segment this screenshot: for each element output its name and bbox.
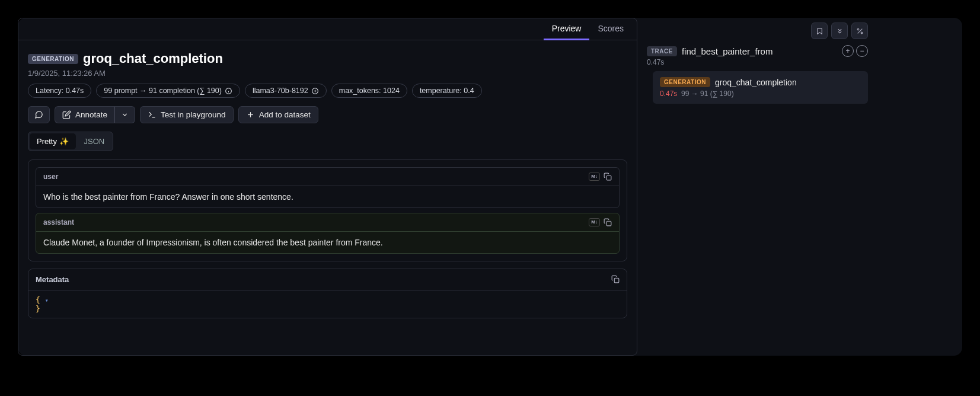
svg-rect-9 <box>606 175 611 180</box>
page-title: groq_chat_completion <box>83 51 223 66</box>
terminal-icon <box>148 110 157 119</box>
metadata-title: Metadata <box>36 275 69 284</box>
trace-header: TRACE find_best_painter_from + − <box>647 45 868 57</box>
svg-point-14 <box>861 32 863 34</box>
comment-button[interactable] <box>28 106 50 123</box>
main-panel: Preview Scores GENERATION groq_chat_comp… <box>18 18 637 356</box>
metadata-card: Metadata { ▾ } <box>28 269 627 318</box>
message-circle-icon <box>34 110 43 119</box>
expand-toggle[interactable]: ▾ <box>45 297 49 304</box>
playground-label: Test in playground <box>161 110 226 119</box>
svg-rect-10 <box>606 221 611 226</box>
trace-item-name: groq_chat_completion <box>715 78 797 87</box>
pill-tokens-label: 99 prompt → 91 completion (∑ 190) <box>104 87 222 95</box>
pill-tokens: 99 prompt → 91 completion (∑ 190) <box>96 84 240 98</box>
bookmark-button[interactable] <box>811 23 828 39</box>
view-pretty[interactable]: Pretty ✨ <box>30 133 76 149</box>
copy-icon[interactable] <box>611 275 620 283</box>
trace-item-meta: 0.47s 99 → 91 (∑ 190) <box>660 90 861 98</box>
collapse-icon <box>836 27 844 35</box>
tabs-row: Preview Scores <box>18 18 637 40</box>
annotate-label: Annotate <box>75 110 107 119</box>
generation-badge: GENERATION <box>28 54 78 64</box>
message-body: Who is the best painter from France? Ans… <box>36 186 619 207</box>
role-label: user <box>43 173 58 181</box>
pill-model-label: llama3-70b-8192 <box>253 87 308 95</box>
trace-name[interactable]: find_best_painter_from <box>682 46 772 56</box>
actions-row: Annotate Test in playground Add to datas… <box>28 106 627 123</box>
message-header: assistant M↓ <box>36 213 619 232</box>
metadata-body: { ▾ } <box>28 290 627 318</box>
markdown-icon[interactable]: M↓ <box>589 218 600 226</box>
info-icon[interactable] <box>225 87 232 95</box>
pill-latency: Latency: 0.47s <box>28 84 91 98</box>
pill-temperature: temperature: 0.4 <box>412 84 482 98</box>
tab-preview[interactable]: Preview <box>544 18 590 40</box>
svg-line-12 <box>857 28 862 33</box>
timestamp: 1/9/2025, 11:23:26 AM <box>28 69 627 78</box>
plus-icon <box>246 110 255 119</box>
svg-rect-11 <box>614 278 619 283</box>
view-toggle: Pretty ✨ JSON <box>28 132 113 151</box>
pills-row: Latency: 0.47s 99 prompt → 91 completion… <box>28 84 627 98</box>
copy-icon[interactable] <box>604 218 612 226</box>
trace-item-tokens: 99 → 91 (∑ 190) <box>681 90 734 98</box>
dataset-label: Add to dataset <box>259 110 311 119</box>
view-json[interactable]: JSON <box>77 133 112 149</box>
message-assistant: assistant M↓ Claude Monet, a founder of … <box>36 213 620 254</box>
side-panel: TRACE find_best_painter_from + − 0.47s G… <box>637 18 877 356</box>
trace-item[interactable]: GENERATION groq_chat_completion 0.47s 99… <box>653 71 868 104</box>
metadata-header: Metadata <box>28 269 627 290</box>
trace-item-latency: 0.47s <box>660 90 677 98</box>
collapse-minus-button[interactable]: − <box>856 45 868 57</box>
trace-badge: TRACE <box>647 46 677 56</box>
svg-point-13 <box>857 28 859 30</box>
annotate-button[interactable]: Annotate <box>55 106 114 123</box>
markdown-icon[interactable]: M↓ <box>589 173 600 181</box>
plus-circle-icon[interactable] <box>311 87 319 95</box>
role-label: assistant <box>43 218 74 226</box>
tab-scores[interactable]: Scores <box>589 18 632 40</box>
bookmark-icon <box>816 27 823 35</box>
message-body: Claude Monet, a founder of Impressionism… <box>36 232 619 253</box>
content-area: GENERATION groq_chat_completion 1/9/2025… <box>18 40 637 329</box>
message-header: user M↓ <box>36 168 619 186</box>
close-brace: } <box>36 304 40 313</box>
add-dataset-button[interactable]: Add to dataset <box>238 106 318 123</box>
pen-square-icon <box>62 110 71 119</box>
conversation-card: user M↓ Who is the best painter from Fra… <box>28 159 627 261</box>
annotate-dropdown-button[interactable] <box>114 106 135 123</box>
playground-button[interactable]: Test in playground <box>140 106 234 123</box>
collapse-button[interactable] <box>831 23 848 39</box>
expand-plus-button[interactable]: + <box>842 45 854 57</box>
message-user: user M↓ Who is the best painter from Fra… <box>36 167 620 208</box>
chevron-down-icon <box>121 111 129 119</box>
pill-max-tokens: max_tokens: 1024 <box>331 84 407 98</box>
side-toolbar <box>647 23 868 39</box>
trace-duration: 0.47s <box>647 58 868 66</box>
percent-button[interactable] <box>851 23 868 39</box>
percent-icon <box>856 27 864 35</box>
pill-model: llama3-70b-8192 <box>245 84 327 98</box>
title-row: GENERATION groq_chat_completion <box>28 51 627 66</box>
copy-icon[interactable] <box>604 173 612 181</box>
generation-badge: GENERATION <box>660 77 710 87</box>
open-brace: { <box>36 295 40 304</box>
annotate-split-button: Annotate <box>55 106 135 123</box>
